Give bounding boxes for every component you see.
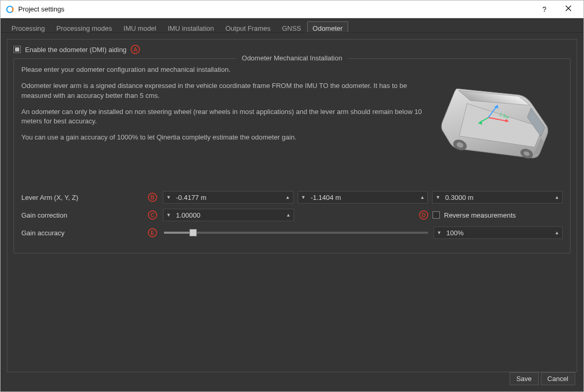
badge-b: B <box>148 193 157 202</box>
odometer-panel: Enable the odometer (DMI) aiding A Odome… <box>7 39 577 372</box>
tabs-row: Processing Processing modes IMU model IM… <box>1 18 583 33</box>
gain-accuracy-slider[interactable] <box>163 226 429 239</box>
tab-content: Enable the odometer (DMI) aiding A Odome… <box>1 33 583 391</box>
slider-thumb[interactable] <box>189 229 197 236</box>
lever-arm-z-value: 0.3000 m <box>443 194 552 201</box>
lever-arm-z-input[interactable]: ▼ 0.3000 m ▲ <box>432 191 563 204</box>
footer-buttons: Save Cancel <box>510 372 575 385</box>
gain-accuracy-value: 100% <box>445 229 552 237</box>
help-button[interactable]: ? <box>532 1 556 18</box>
app-icon <box>6 5 14 14</box>
badge-a: A <box>131 45 140 54</box>
save-button[interactable]: Save <box>510 372 539 385</box>
chevron-down-icon[interactable]: ▼ <box>434 227 445 238</box>
badge-e: E <box>148 228 157 237</box>
help-icon: ? <box>542 5 547 14</box>
tab-odometer[interactable]: Odometer <box>307 21 349 32</box>
reverse-cell: D <box>298 210 428 220</box>
cancel-button[interactable]: Cancel <box>541 372 575 385</box>
row-lever-arm: Lever Arm (X, Y, Z) B ▼ -0.4177 m ▲ ▼ -1… <box>21 189 563 205</box>
tab-gnss[interactable]: GNSS <box>276 21 307 32</box>
chevron-up-icon[interactable]: ▲ <box>552 227 562 238</box>
enable-odometer-checkbox[interactable] <box>14 46 21 53</box>
chevron-up-icon[interactable]: ▲ <box>283 192 293 203</box>
lever-arm-y-value: -1.1404 m <box>309 194 417 201</box>
tab-imu-model[interactable]: IMU model <box>118 21 162 32</box>
desc-p4: You can use a gain accuracy of 1000% to … <box>21 133 427 143</box>
gain-accuracy-input[interactable]: ▼ 100% ▲ <box>434 226 563 239</box>
vehicle-illustration: 1.5m <box>433 69 563 173</box>
tab-imu-installation[interactable]: IMU installation <box>162 21 220 32</box>
close-button[interactable] <box>556 1 580 18</box>
lever-arm-label: Lever Arm (X, Y, Z) <box>21 194 142 201</box>
desc-p3: An odometer can only be installed on non… <box>21 107 427 127</box>
row-gain-correction: Gain correction C ▼ 1.00000 ▲ D <box>21 207 563 223</box>
fieldset-legend: Odometer Mechanical Installation <box>237 54 348 62</box>
enable-odometer-label: Enable the odometer (DMI) aiding <box>25 46 126 54</box>
enable-row: Enable the odometer (DMI) aiding A <box>14 44 570 55</box>
gain-correction-label: Gain correction <box>21 211 142 219</box>
gain-correction-input[interactable]: ▼ 1.00000 ▲ <box>163 209 294 221</box>
gain-correction-value: 1.00000 <box>174 211 283 219</box>
chevron-down-icon[interactable]: ▼ <box>163 192 174 203</box>
chevron-down-icon[interactable]: ▼ <box>433 192 443 203</box>
form-block: Lever Arm (X, Y, Z) B ▼ -0.4177 m ▲ ▼ -1… <box>21 189 563 241</box>
chevron-up-icon[interactable]: ▲ <box>417 192 427 203</box>
client-area: Processing Processing modes IMU model IM… <box>1 18 583 391</box>
chevron-down-icon[interactable]: ▼ <box>298 192 309 203</box>
lever-arm-x-input[interactable]: ▼ -0.4177 m ▲ <box>163 191 294 204</box>
window-title: Project settings <box>18 5 532 13</box>
tab-processing-modes[interactable]: Processing modes <box>50 21 118 32</box>
desc-p2: Odometer lever arm is a signed distance … <box>21 81 427 101</box>
badge-c: C <box>148 210 157 220</box>
reverse-measurements-checkbox[interactable] <box>433 211 440 219</box>
lever-arm-x-value: -0.4177 m <box>174 194 283 201</box>
tab-output-frames[interactable]: Output Frames <box>220 21 276 32</box>
title-bar: Project settings ? <box>1 1 583 18</box>
badge-d: D <box>419 210 428 220</box>
chevron-up-icon[interactable]: ▲ <box>283 209 294 221</box>
row-gain-accuracy: Gain accuracy E ▼ 100% <box>21 225 563 241</box>
tab-processing[interactable]: Processing <box>6 21 50 32</box>
window-frame: Project settings ? Processing Processing… <box>0 0 584 392</box>
close-icon <box>565 5 572 13</box>
reverse-wrap: Reverse measurements <box>433 209 563 221</box>
chevron-down-icon[interactable]: ▼ <box>163 209 174 221</box>
gain-accuracy-label: Gain accuracy <box>21 229 142 237</box>
chevron-up-icon[interactable]: ▲ <box>552 192 562 203</box>
mech-install-fieldset: Odometer Mechanical Installation Please … <box>14 58 570 254</box>
desc-p1: Please enter your odometer configuration… <box>21 65 427 75</box>
description-block: Please enter your odometer configuration… <box>21 65 427 143</box>
lever-arm-y-input[interactable]: ▼ -1.1404 m ▲ <box>298 191 428 204</box>
reverse-measurements-label: Reverse measurements <box>444 211 516 219</box>
